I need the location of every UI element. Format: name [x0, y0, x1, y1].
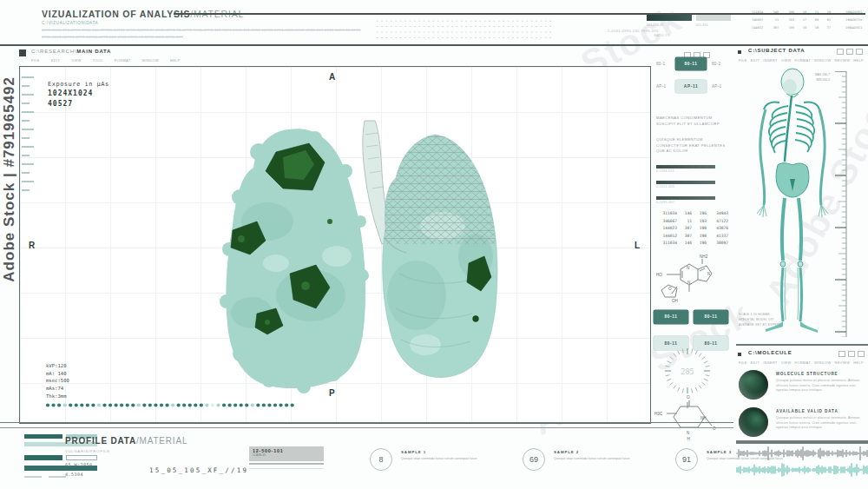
- preset-button-active[interactable]: 80-11: [675, 57, 707, 70]
- table-row: 14402330719043076: [656, 226, 728, 234]
- table-row: 14401230719041337: [656, 234, 728, 241]
- sample-label: SAMPLE 1: [401, 450, 477, 454]
- menu-item[interactable]: HELP: [853, 360, 864, 365]
- svg-text:N: N: [707, 272, 710, 276]
- menu-item[interactable]: INSERT: [763, 58, 778, 63]
- preset-label: 80-1: [656, 62, 665, 66]
- sample-card: 69SAMPLE 2Quisque vitae commodo lectus r…: [523, 448, 634, 471]
- grid-button[interactable]: 80-11: [654, 310, 688, 324]
- profile-subtitle: VULGARIS/PROFILE: [65, 449, 110, 453]
- menu-item[interactable]: INSERT: [763, 360, 778, 365]
- sample-description: Quisque vitae commodo lectus rutrum cons…: [401, 457, 477, 461]
- box-underline: [249, 468, 324, 469]
- svg-text:NH2: NH2: [700, 254, 708, 259]
- menu-item[interactable]: FORMAT: [794, 58, 811, 63]
- molecule-thumbnail: [739, 407, 768, 437]
- menu-item[interactable]: FILE: [31, 58, 40, 63]
- stat-line: kVP:120: [46, 362, 69, 370]
- stat-line: msec:500: [46, 377, 69, 385]
- preset-label: AP-1: [656, 84, 666, 89]
- menu-item[interactable]: WINDOW: [814, 58, 831, 63]
- subject-panel-title: C:\SUBJECT DATA: [748, 48, 805, 53]
- chemical-structure-thymine: O H3C NH N H O: [651, 391, 731, 441]
- svg-text:NH: NH: [700, 416, 707, 420]
- profile-value: 4.5304: [65, 472, 83, 477]
- menu-item[interactable]: EDIT: [51, 58, 60, 63]
- menu-item[interactable]: HELP: [170, 58, 181, 63]
- menu-item[interactable]: EDIT: [751, 360, 760, 365]
- menu-item[interactable]: REVIEW: [834, 360, 850, 365]
- dot-matrix-decoration: [375, 18, 554, 40]
- table-row: 31103414619638097: [656, 241, 728, 248]
- window-controls[interactable]: [837, 49, 863, 55]
- menu-item[interactable]: EDIT: [751, 58, 760, 63]
- molecule-thumbnail: [739, 370, 768, 400]
- molecule-list-item: AVAILABLE VALID DATAQuisque pulvinar met…: [739, 407, 867, 437]
- meta-line: 0093-1500-190-0995 3900-100-19933-00931 …: [42, 28, 361, 32]
- exposure-value: 40527: [48, 100, 73, 108]
- app-window: Adobe Stock Adobe Stock Adobe Stock Adob…: [0, 0, 868, 489]
- section-divider: [0, 44, 868, 46]
- sample-label: SAMPLE 3: [707, 450, 783, 454]
- menu-item[interactable]: HELP: [853, 58, 864, 63]
- level-bar: [24, 434, 62, 439]
- sample-label: SAMPLE 2: [554, 450, 630, 454]
- header-data-table: 3110341461961011101004193611934666711193…: [740, 8, 868, 31]
- progress-dots: [44, 401, 298, 409]
- panel-marker: [19, 50, 26, 56]
- exposure-value: 1024X1024: [48, 89, 93, 97]
- subject-menu-bar: FILEEDITINSERTVIEWFORMATWINDOWREVIEWHELP: [739, 58, 864, 63]
- bottom-divider: [0, 422, 733, 423]
- stock-watermark: Adobe Stock | #791965492: [1, 76, 18, 282]
- status-bar-light: [696, 15, 731, 21]
- lungs-3d-model[interactable]: [215, 117, 515, 406]
- preset-button[interactable]: AP-11: [675, 80, 707, 93]
- window-controls[interactable]: [838, 351, 865, 357]
- chemical-structure-adenine: NH2 N N N HO O OH: [651, 250, 731, 304]
- svg-text:285: 285: [681, 367, 694, 376]
- level-bar-outline: [66, 455, 97, 460]
- skeleton-3d-model[interactable]: [745, 68, 832, 337]
- grid-button[interactable]: 80-11: [694, 310, 728, 324]
- menu-item[interactable]: VIEW: [781, 58, 792, 63]
- meta-line: 0931-0091-00931-0993 11900-0993-001 0903…: [42, 35, 183, 39]
- menu-item[interactable]: REVIEW: [834, 58, 850, 63]
- menu-item[interactable]: FILE: [739, 360, 747, 365]
- main-viewport[interactable]: Exposure in μAs 1024X1024 40527 A R L P: [19, 66, 651, 424]
- menu-item[interactable]: FILE: [739, 58, 747, 63]
- menu-item[interactable]: WINDOW: [814, 360, 831, 365]
- orientation-right: R: [29, 241, 35, 250]
- profile-title: PROFILE DATA/MATERIAL: [65, 436, 187, 446]
- menu-item[interactable]: TOOL: [93, 58, 103, 63]
- panel-divider: [736, 344, 868, 346]
- menu-item[interactable]: VIEW: [781, 360, 792, 365]
- bottom-divider: [0, 427, 733, 428]
- reference-box[interactable]: 12-500-101 CLASS-05: [249, 446, 324, 461]
- profile-value: 65_W:2850: [65, 462, 93, 467]
- scrollbar[interactable]: [736, 440, 868, 444]
- svg-text:N: N: [687, 281, 690, 285]
- level-bar: [24, 455, 62, 460]
- progress-bar: 0-1394-551: [656, 165, 715, 173]
- svg-text:N: N: [687, 266, 689, 270]
- svg-text:O: O: [687, 395, 690, 400]
- tick-decoration: [24, 476, 42, 478]
- file-code: 15_05_105_XF_//19: [149, 466, 248, 474]
- sample-value-circle: 8: [370, 448, 392, 471]
- molecule-list-item: MOLECULE STRUCTUREQuisque pulvinar metus…: [739, 370, 867, 400]
- acquisition-stats: kVP:120mA: 140msec:500mAs:74Thk:3mm: [46, 362, 69, 400]
- info-paragraph: Maecenas condimentum suscipit elit et ul…: [656, 116, 731, 127]
- status-bar-label: 011-310: [696, 23, 708, 27]
- sample-value-circle: 91: [675, 448, 698, 471]
- svg-text:H: H: [687, 437, 690, 441]
- menu-item[interactable]: FORMAT: [794, 360, 811, 365]
- menu-item[interactable]: WINDOW: [142, 58, 159, 63]
- preset-label: 80-2: [712, 62, 720, 66]
- table-row: 31103414619634943: [656, 211, 728, 219]
- serial-number: 2-0531-0995-130-9995-095: [608, 29, 659, 33]
- menu-item[interactable]: VIEW: [71, 58, 82, 63]
- stat-line: mAs:74: [46, 385, 69, 393]
- molecule-item-body: Quisque pulvinar metus et placerat venen…: [776, 416, 867, 431]
- svg-text:HO: HO: [656, 273, 662, 277]
- menu-item[interactable]: FORMAT: [115, 58, 131, 63]
